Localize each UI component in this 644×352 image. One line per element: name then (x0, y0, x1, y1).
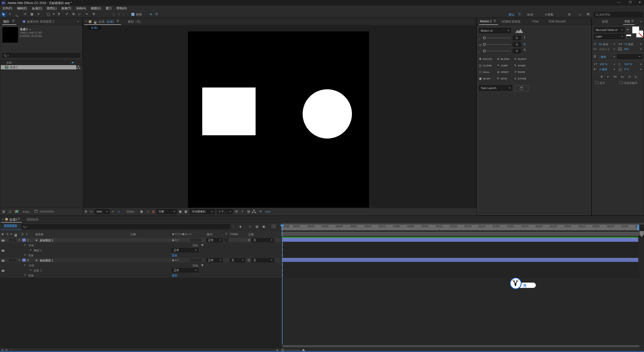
draft-3d-icon[interactable]: ◈ (239, 225, 242, 228)
layer2-add-icon[interactable]: ◉ (201, 264, 204, 266)
eraser-tool-icon[interactable]: ▱ (78, 13, 80, 16)
transform-expand-arrow[interactable]: ► (24, 274, 26, 276)
menu-animation[interactable]: 动画(A) (76, 6, 86, 11)
camera-select[interactable]: 活动摄像机 (190, 209, 215, 214)
clone-stamp-tool-icon[interactable]: ✠ (72, 13, 75, 16)
puppet-pin-tool-icon[interactable]: ✜ (93, 13, 95, 16)
motion-blur-icon[interactable]: ◉ (262, 225, 265, 228)
character-tab-menu-icon[interactable]: ☰ (631, 20, 634, 22)
layer2-expand-arrow[interactable] (19, 260, 20, 261)
excite-button[interactable]: ✚EXCITE (479, 58, 492, 60)
exposure-value[interactable]: +0.0 (265, 210, 270, 213)
frame-blend-icon[interactable]: ▤ (256, 225, 258, 228)
ruler-end-cap[interactable] (637, 225, 639, 231)
snapshot-icon[interactable]: ▣ (140, 210, 143, 213)
project-trash-icon[interactable] (34, 210, 37, 213)
tab-paragraph[interactable]: 段落 (602, 20, 608, 24)
primary-viewer-icon[interactable]: ▭ (90, 210, 93, 213)
name-button[interactable]: ✎NAME (514, 64, 526, 67)
new-comp-icon[interactable] (15, 210, 19, 213)
project-bpc[interactable]: 8 bpc (23, 210, 29, 213)
source-name-column[interactable]: 源名称 (35, 233, 44, 236)
blend-button[interactable]: ≋BLEND (497, 58, 510, 60)
layer1-ellipse-row[interactable]: ► 椭圆 1 正常 (0, 248, 281, 253)
baseline-shift-value[interactable]: 0 像素 (599, 68, 607, 71)
layer2-rect-row[interactable]: ► 矩形 1 正常 (0, 268, 281, 273)
horizontal-scale-value[interactable]: 100 % (624, 63, 632, 66)
ellipse-eye-icon[interactable] (2, 250, 5, 252)
sort-ascending-icon[interactable] (71, 62, 74, 63)
hindi-digits-checkbox[interactable] (620, 81, 622, 84)
subscript-button[interactable]: T₁ (635, 75, 637, 78)
layer2-transform-label[interactable]: 变换 (28, 274, 34, 278)
zoom-in-mountain-icon[interactable] (302, 349, 305, 351)
layer1-expand-arrow[interactable] (19, 240, 20, 241)
warp-button[interactable]: ▣WARP (479, 77, 491, 80)
all-caps-button[interactable]: TT (613, 75, 617, 78)
resolution-select[interactable]: 完整 (157, 209, 177, 214)
interpret-footage-icon[interactable]: ▤ (2, 210, 5, 213)
vertical-scale-value[interactable]: 100 % (599, 63, 607, 66)
comp-flowchart-icon[interactable] (253, 210, 255, 211)
rect-label[interactable]: 矩形 1 (34, 269, 42, 273)
layer1-add-icon[interactable]: ◉ (201, 244, 204, 246)
menu-edit[interactable]: 编辑(E) (17, 6, 27, 11)
timeline-tab-close-icon[interactable]: × (2, 217, 4, 221)
white-circle-shape[interactable] (303, 89, 352, 139)
font-size-value[interactable]: 50 像素 (599, 42, 608, 46)
layer1-duration-bar-row[interactable] (281, 238, 639, 243)
tab-motion2[interactable]: Motion 2 (480, 20, 492, 23)
help-search-input[interactable] (599, 13, 641, 16)
slider3-knob[interactable] (483, 50, 486, 52)
workspace-menu-icon[interactable]: ☰ (518, 13, 521, 16)
tab-duik[interactable]: Duik Bassel1 (549, 20, 566, 23)
motion-trash-button[interactable] (514, 85, 528, 91)
layer1-parent-pickwhip[interactable]: @ (248, 238, 250, 241)
layer1-duration-bar[interactable] (282, 238, 638, 242)
roto-brush-tool-icon[interactable]: ✏ (86, 13, 88, 16)
burst-button[interactable]: ✳︎BURST (514, 58, 527, 60)
shape-tool-icon[interactable]: ◯ (47, 13, 50, 16)
layer2-contents-row[interactable]: 内容 添加: ◉ (0, 263, 281, 268)
menu-effect[interactable]: 效果(T) (61, 6, 71, 11)
menu-file[interactable]: 文件(F) (2, 6, 12, 11)
slider2-knob[interactable] (483, 43, 486, 46)
ellipse-label[interactable]: 椭圆 1 (34, 249, 42, 252)
comp-breadcrumb-tab[interactable]: 合成1 (88, 25, 101, 30)
anchor-icon[interactable]: ⚓︎ (523, 48, 526, 51)
snap-checkbox[interactable]: ✓ (131, 13, 134, 16)
layer2-reset-link[interactable]: 重置 (172, 274, 177, 278)
comp-marker-bin[interactable] (639, 231, 644, 237)
text-tool-icon[interactable]: T (58, 12, 60, 16)
layer1-transform-row[interactable]: ► 变换 重置 (0, 253, 281, 258)
stroke-style-select[interactable] (617, 54, 642, 59)
project-scrollbar[interactable] (39, 210, 54, 213)
layer1-color-chip[interactable] (22, 238, 26, 242)
project-tab-overflow[interactable]: » (77, 19, 79, 23)
parent-column[interactable]: 父级 (248, 233, 254, 236)
fill-color-swatch[interactable] (632, 26, 639, 33)
anchor-arrows-icon[interactable]: ⇅ (523, 42, 526, 46)
spin-button[interactable]: ↻SPIN (497, 77, 507, 80)
reset-exposure-icon[interactable]: ↻ (259, 210, 262, 213)
comp-item-label[interactable]: 合成 1 (10, 65, 18, 69)
slider3-track[interactable] (487, 51, 511, 51)
layer2-duration-bar[interactable] (282, 258, 638, 262)
hand-tool-icon[interactable]: ✋︎ (9, 13, 11, 16)
layer1-name[interactable]: 形状图层 2 (40, 239, 53, 242)
layer2-add-label[interactable]: 添加: (192, 264, 199, 268)
menu-layer[interactable]: 图层(L) (47, 6, 57, 11)
viewer-tab-menu-icon[interactable]: ☰ (117, 20, 119, 22)
tab-project[interactable]: 项目 (3, 20, 9, 24)
mountains-icon[interactable] (515, 29, 523, 34)
superscript-button[interactable]: T¹ (628, 75, 631, 78)
minimize-button[interactable]: — (614, 1, 624, 4)
small-caps-button[interactable]: Tт (621, 75, 624, 78)
project-search-box[interactable] (2, 53, 80, 58)
timeline-search-box[interactable] (21, 224, 230, 229)
slider2-track[interactable] (487, 44, 511, 45)
timeline-button-icon[interactable]: ▤ (247, 210, 250, 213)
graph-editor-icon[interactable]: ∿ (272, 225, 276, 228)
ellipse-expand-arrow[interactable]: ► (30, 248, 32, 251)
slider2-mode-icon[interactable]: ⋊ (478, 43, 481, 47)
